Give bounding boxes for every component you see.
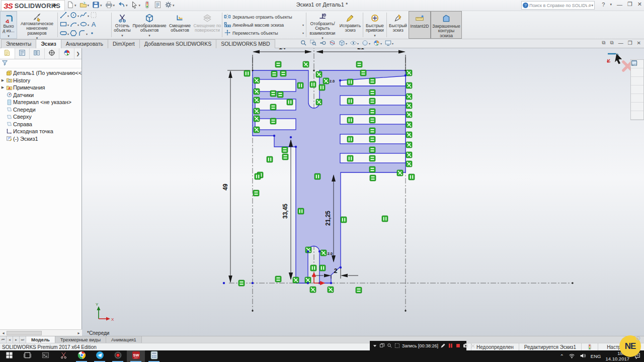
constraint-horizontal-icon[interactable] — [270, 90, 276, 97]
constraint-coincident-icon[interactable] — [316, 99, 322, 105]
constraint-vertical-icon[interactable] — [298, 208, 304, 214]
left-slot-1[interactable] — [255, 79, 296, 92]
taskpane-view-palette-button[interactable] — [631, 85, 643, 94]
taskbar-task-view-button[interactable] — [18, 350, 36, 362]
constraint-coincident-icon[interactable] — [406, 103, 412, 109]
doc-restore-button[interactable]: ❐ — [628, 40, 632, 46]
tree-item-Датчики[interactable]: Датчики — [0, 92, 82, 99]
constraint-horizontal-icon[interactable] — [369, 109, 375, 115]
tree-item-Спереди[interactable]: Спереди — [0, 106, 82, 114]
panel-tab-configurationmanager[interactable] — [30, 48, 45, 59]
taskpane-file-explorer-button[interactable] — [631, 77, 643, 85]
constraint-coincident-icon[interactable] — [406, 112, 412, 118]
constraint-coincident-icon[interactable] — [406, 132, 412, 138]
command-tab-SOLIDWORKS MBD[interactable]: SOLIDWORKS MBD — [216, 39, 275, 48]
constraint-horizontal-icon[interactable] — [360, 70, 366, 76]
sketch-point[interactable] — [223, 282, 225, 284]
panel-tab-displaymanager[interactable] — [59, 48, 74, 59]
constraint-vertical-icon[interactable] — [267, 156, 273, 162]
tree-item-Исходная-точка[interactable]: Исходная точка — [0, 128, 82, 135]
new-file-button[interactable]: ▾ — [65, 1, 77, 11]
screen-recorder-toolbar[interactable]: Запись [00:38:26] — [370, 341, 466, 350]
sketch-tool-text-a-button[interactable]: A — [90, 20, 98, 30]
constraint-vertical-icon[interactable] — [341, 217, 347, 223]
zoom-area-button[interactable] — [310, 39, 316, 48]
select-cursor-button[interactable]: ▾ — [130, 1, 142, 11]
tree-item-Примечания[interactable]: ▶AПримечания — [0, 84, 82, 92]
constraint-vertical-icon[interactable] — [347, 98, 353, 104]
sketch-viewport[interactable]: 14 21 49 33,45 21,25 2 2.0 2.0 Y — [82, 48, 644, 336]
taskbar-recorder-button[interactable] — [109, 350, 127, 362]
recorder-pause-icon[interactable] — [448, 341, 453, 350]
taskpane-forum-button[interactable] — [631, 111, 643, 120]
undo-button[interactable]: ▾ — [117, 1, 129, 11]
recorder-camera-icon[interactable] — [463, 341, 468, 350]
close-button[interactable]: ✕ — [637, 1, 642, 8]
taskbar-solidworks-button[interactable]: SW2017 — [127, 350, 145, 362]
confirmation-corner[interactable] — [607, 53, 632, 70]
sketch-tool-ellipse-button[interactable]: ▾ — [79, 20, 89, 30]
constraint-coincident-icon[interactable] — [320, 250, 327, 256]
sketch-point[interactable] — [340, 266, 342, 268]
display-relations-button[interactable]: Отобразить/Скрыть взаимосвязи ▾ — [307, 11, 338, 39]
constraint-horizontal-icon[interactable] — [277, 92, 283, 98]
constraint-vertical-icon[interactable] — [287, 99, 293, 105]
endpoint[interactable] — [405, 310, 406, 311]
constraint-coincident-icon[interactable] — [406, 70, 412, 76]
sketch-tool-slot-button[interactable]: ▾ — [59, 29, 69, 39]
quick-snaps-button[interactable]: Быстрые привязки ▾ — [364, 11, 386, 39]
constraint-horizontal-icon[interactable] — [238, 280, 245, 286]
recorder-menu-caret-icon[interactable] — [372, 341, 377, 350]
taskbar-chrome-button[interactable] — [72, 350, 91, 362]
taskbar-cmd-button[interactable] — [36, 350, 54, 362]
linear-pattern-button[interactable]: Линейный массив эскиза ▾ — [223, 21, 305, 29]
constraint-vertical-icon[interactable] — [319, 84, 325, 90]
constraint-coincident-icon[interactable] — [254, 108, 260, 114]
panel-tab-featuremanager[interactable] — [0, 48, 15, 59]
doc-close-button[interactable]: ✕ — [637, 40, 641, 46]
sketch-point[interactable] — [307, 282, 309, 284]
search-caret-icon[interactable]: ▾ — [591, 4, 593, 8]
sketch-tool-convert-gray-button[interactable] — [90, 11, 98, 21]
expander-icon[interactable]: ▶ — [0, 85, 6, 89]
scroll-right-icon[interactable]: ▸ — [75, 331, 82, 335]
constraint-horizontal-icon[interactable] — [270, 104, 276, 110]
constraint-horizontal-icon[interactable] — [369, 98, 375, 104]
minimize-button[interactable]: — — [617, 2, 622, 8]
tray-chevron-icon[interactable]: ⌃ — [559, 353, 564, 359]
constraint-horizontal-icon[interactable] — [369, 78, 375, 84]
constraint-vertical-icon[interactable] — [297, 82, 303, 88]
overlay-gear-icon[interactable]: ⚙ — [635, 335, 641, 342]
taskbar-snip-button[interactable] — [54, 350, 72, 362]
constraint-horizontal-icon[interactable] — [275, 61, 281, 67]
recorder-stop-icon[interactable] — [455, 341, 461, 350]
rapid-sketch-button[interactable]: Быстрый эскиз — [387, 11, 409, 39]
shaded-sketch-contours-button[interactable]: Закрашенные контуры эскиза — [431, 11, 462, 39]
constraint-horizontal-icon[interactable] — [370, 175, 376, 181]
constraint-coincident-icon[interactable] — [254, 97, 260, 103]
constraint-horizontal-icon[interactable] — [369, 136, 375, 142]
hide-show-items-button[interactable]: ▾ — [350, 39, 359, 48]
constraint-coincident-icon[interactable] — [254, 116, 260, 122]
constraint-vertical-icon[interactable] — [310, 81, 316, 87]
recorder-region-icon[interactable] — [394, 341, 400, 350]
previous-view-button[interactable] — [319, 39, 326, 48]
constraint-coincident-icon[interactable] — [303, 61, 309, 67]
autodim-button[interactable]: Автоматическое нанесение размеров ▾ — [17, 11, 57, 39]
zoom-fit-button[interactable] — [300, 39, 307, 48]
offset-entities-button[interactable]: Смещение объектов — [167, 11, 193, 39]
command-tab-Анализировать[interactable]: Анализировать — [61, 39, 108, 48]
constraint-vertical-icon[interactable] — [347, 117, 353, 123]
speaker-icon[interactable] — [580, 352, 586, 360]
sketch-tool-rect-button[interactable]: ▾ — [59, 20, 69, 30]
tree-item-Справа[interactable]: Справа — [0, 121, 82, 128]
doc-minimize-button[interactable]: — — [618, 40, 623, 46]
move-entities-button[interactable]: Переместить объекты ▾ — [223, 29, 305, 37]
constraint-coincident-icon[interactable] — [406, 82, 412, 88]
tree-item-Сверху[interactable]: Сверху — [0, 113, 82, 121]
sketch-point[interactable] — [307, 250, 309, 252]
recorder-close-icon[interactable] — [470, 341, 475, 350]
sketch-tool-arc-button[interactable]: ▾ — [69, 20, 79, 30]
constraint-horizontal-icon[interactable] — [280, 70, 286, 76]
panel-expand-icon[interactable]: ❯ — [74, 48, 82, 59]
